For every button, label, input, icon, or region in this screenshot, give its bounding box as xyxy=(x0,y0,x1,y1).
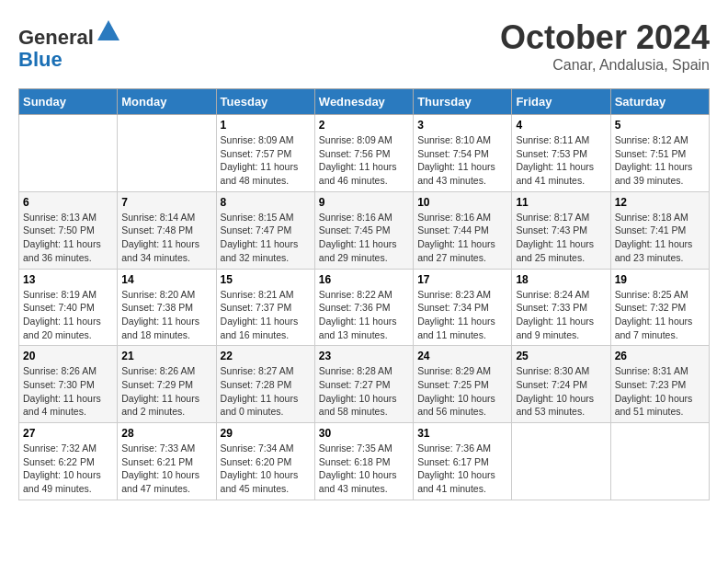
day-number: 22 xyxy=(221,350,311,362)
day-number: 6 xyxy=(23,196,113,209)
day-info: Sunrise: 8:10 AM Sunset: 7:54 PM Dayligh… xyxy=(417,133,507,188)
day-info: Sunrise: 8:09 AM Sunset: 7:56 PM Dayligh… xyxy=(319,133,409,188)
logo-icon xyxy=(96,18,121,44)
svg-marker-0 xyxy=(97,20,119,40)
day-cell: 23Sunrise: 8:28 AM Sunset: 7:27 PM Dayli… xyxy=(314,346,413,423)
day-number: 21 xyxy=(121,350,211,362)
day-number: 24 xyxy=(417,350,507,362)
day-number: 16 xyxy=(319,273,409,286)
day-number: 31 xyxy=(417,427,507,440)
day-cell: 1Sunrise: 8:09 AM Sunset: 7:57 PM Daylig… xyxy=(216,115,314,192)
day-number: 12 xyxy=(615,196,705,209)
day-info: Sunrise: 8:11 AM Sunset: 7:53 PM Dayligh… xyxy=(516,133,606,188)
header-cell-friday: Friday xyxy=(512,89,610,115)
day-cell: 6Sunrise: 8:13 AM Sunset: 7:50 PM Daylig… xyxy=(19,191,118,269)
day-info: Sunrise: 8:12 AM Sunset: 7:51 PM Dayligh… xyxy=(615,133,705,188)
day-cell xyxy=(118,115,216,192)
day-cell: 10Sunrise: 8:16 AM Sunset: 7:44 PM Dayli… xyxy=(414,191,512,269)
day-number: 11 xyxy=(516,196,606,209)
day-number: 10 xyxy=(417,196,507,209)
day-info: Sunrise: 8:20 AM Sunset: 7:38 PM Dayligh… xyxy=(121,288,211,342)
week-row-3: 13Sunrise: 8:19 AM Sunset: 7:40 PM Dayli… xyxy=(19,269,710,346)
day-number: 14 xyxy=(121,273,211,286)
day-cell: 3Sunrise: 8:10 AM Sunset: 7:54 PM Daylig… xyxy=(414,115,512,192)
day-info: Sunrise: 8:25 AM Sunset: 7:32 PM Dayligh… xyxy=(615,288,705,342)
day-cell xyxy=(610,423,709,500)
day-cell: 26Sunrise: 8:31 AM Sunset: 7:23 PM Dayli… xyxy=(610,346,709,423)
day-info: Sunrise: 8:23 AM Sunset: 7:34 PM Dayligh… xyxy=(417,288,507,342)
logo-general: General xyxy=(18,26,94,49)
day-cell: 8Sunrise: 8:15 AM Sunset: 7:47 PM Daylig… xyxy=(216,191,314,269)
day-info: Sunrise: 8:26 AM Sunset: 7:29 PM Dayligh… xyxy=(121,364,211,419)
day-cell: 16Sunrise: 8:22 AM Sunset: 7:36 PM Dayli… xyxy=(314,269,413,346)
day-cell: 5Sunrise: 8:12 AM Sunset: 7:51 PM Daylig… xyxy=(610,115,709,192)
day-cell: 21Sunrise: 8:26 AM Sunset: 7:29 PM Dayli… xyxy=(118,346,216,423)
day-info: Sunrise: 7:34 AM Sunset: 6:20 PM Dayligh… xyxy=(221,442,311,496)
day-number: 17 xyxy=(417,273,507,286)
day-number: 26 xyxy=(615,350,705,362)
logo-blue: Blue xyxy=(18,48,63,71)
logo: General Blue xyxy=(18,18,121,71)
day-info: Sunrise: 7:32 AM Sunset: 6:22 PM Dayligh… xyxy=(23,442,113,496)
day-number: 28 xyxy=(121,427,211,440)
week-row-1: 1Sunrise: 8:09 AM Sunset: 7:57 PM Daylig… xyxy=(19,115,710,192)
day-number: 15 xyxy=(221,273,311,286)
day-cell: 30Sunrise: 7:35 AM Sunset: 6:18 PM Dayli… xyxy=(314,423,413,500)
month-title: October 2024 xyxy=(500,18,710,57)
day-number: 13 xyxy=(23,273,113,286)
day-cell: 12Sunrise: 8:18 AM Sunset: 7:41 PM Dayli… xyxy=(610,191,709,269)
day-cell: 13Sunrise: 8:19 AM Sunset: 7:40 PM Dayli… xyxy=(19,269,118,346)
day-cell: 15Sunrise: 8:21 AM Sunset: 7:37 PM Dayli… xyxy=(216,269,314,346)
location: Canar, Andalusia, Spain xyxy=(500,57,710,74)
calendar-table: SundayMondayTuesdayWednesdayThursdayFrid… xyxy=(18,88,710,500)
day-number: 8 xyxy=(221,196,311,209)
header-cell-wednesday: Wednesday xyxy=(314,89,413,115)
day-number: 30 xyxy=(319,427,409,440)
day-info: Sunrise: 7:35 AM Sunset: 6:18 PM Dayligh… xyxy=(319,442,409,496)
day-number: 25 xyxy=(516,350,606,362)
header-cell-sunday: Sunday xyxy=(19,89,118,115)
day-info: Sunrise: 8:31 AM Sunset: 7:23 PM Dayligh… xyxy=(615,364,705,419)
week-row-4: 20Sunrise: 8:26 AM Sunset: 7:30 PM Dayli… xyxy=(19,346,710,423)
day-cell: 7Sunrise: 8:14 AM Sunset: 7:48 PM Daylig… xyxy=(118,191,216,269)
day-number: 7 xyxy=(121,196,211,209)
day-cell: 9Sunrise: 8:16 AM Sunset: 7:45 PM Daylig… xyxy=(314,191,413,269)
day-cell: 22Sunrise: 8:27 AM Sunset: 7:28 PM Dayli… xyxy=(216,346,314,423)
title-block: October 2024 Canar, Andalusia, Spain xyxy=(500,18,710,74)
day-number: 18 xyxy=(516,273,606,286)
day-cell: 14Sunrise: 8:20 AM Sunset: 7:38 PM Dayli… xyxy=(118,269,216,346)
day-info: Sunrise: 8:16 AM Sunset: 7:44 PM Dayligh… xyxy=(417,211,507,265)
day-cell xyxy=(512,423,610,500)
day-info: Sunrise: 8:29 AM Sunset: 7:25 PM Dayligh… xyxy=(417,364,507,419)
day-cell: 11Sunrise: 8:17 AM Sunset: 7:43 PM Dayli… xyxy=(512,191,610,269)
day-cell: 25Sunrise: 8:30 AM Sunset: 7:24 PM Dayli… xyxy=(512,346,610,423)
day-info: Sunrise: 8:19 AM Sunset: 7:40 PM Dayligh… xyxy=(23,288,113,342)
header-cell-thursday: Thursday xyxy=(414,89,512,115)
day-info: Sunrise: 8:18 AM Sunset: 7:41 PM Dayligh… xyxy=(615,211,705,265)
day-cell: 20Sunrise: 8:26 AM Sunset: 7:30 PM Dayli… xyxy=(19,346,118,423)
day-cell: 27Sunrise: 7:32 AM Sunset: 6:22 PM Dayli… xyxy=(19,423,118,500)
day-number: 2 xyxy=(319,119,409,132)
day-cell: 19Sunrise: 8:25 AM Sunset: 7:32 PM Dayli… xyxy=(610,269,709,346)
page-header: General Blue October 2024 Canar, Andalus… xyxy=(18,18,710,74)
week-row-2: 6Sunrise: 8:13 AM Sunset: 7:50 PM Daylig… xyxy=(19,191,710,269)
day-info: Sunrise: 7:33 AM Sunset: 6:21 PM Dayligh… xyxy=(121,442,211,496)
day-cell: 24Sunrise: 8:29 AM Sunset: 7:25 PM Dayli… xyxy=(414,346,512,423)
day-cell: 17Sunrise: 8:23 AM Sunset: 7:34 PM Dayli… xyxy=(414,269,512,346)
day-info: Sunrise: 8:21 AM Sunset: 7:37 PM Dayligh… xyxy=(221,288,311,342)
day-info: Sunrise: 8:26 AM Sunset: 7:30 PM Dayligh… xyxy=(23,364,113,419)
day-number: 29 xyxy=(221,427,311,440)
day-info: Sunrise: 8:16 AM Sunset: 7:45 PM Dayligh… xyxy=(319,211,409,265)
day-cell: 18Sunrise: 8:24 AM Sunset: 7:33 PM Dayli… xyxy=(512,269,610,346)
day-info: Sunrise: 7:36 AM Sunset: 6:17 PM Dayligh… xyxy=(417,442,507,496)
day-info: Sunrise: 8:13 AM Sunset: 7:50 PM Dayligh… xyxy=(23,211,113,265)
day-number: 3 xyxy=(417,119,507,132)
day-info: Sunrise: 8:30 AM Sunset: 7:24 PM Dayligh… xyxy=(516,364,606,419)
calendar-header-row: SundayMondayTuesdayWednesdayThursdayFrid… xyxy=(19,89,710,115)
day-info: Sunrise: 8:17 AM Sunset: 7:43 PM Dayligh… xyxy=(516,211,606,265)
day-info: Sunrise: 8:14 AM Sunset: 7:48 PM Dayligh… xyxy=(121,211,211,265)
day-cell: 4Sunrise: 8:11 AM Sunset: 7:53 PM Daylig… xyxy=(512,115,610,192)
day-info: Sunrise: 8:27 AM Sunset: 7:28 PM Dayligh… xyxy=(221,364,311,419)
day-number: 9 xyxy=(319,196,409,209)
day-number: 20 xyxy=(23,350,113,362)
